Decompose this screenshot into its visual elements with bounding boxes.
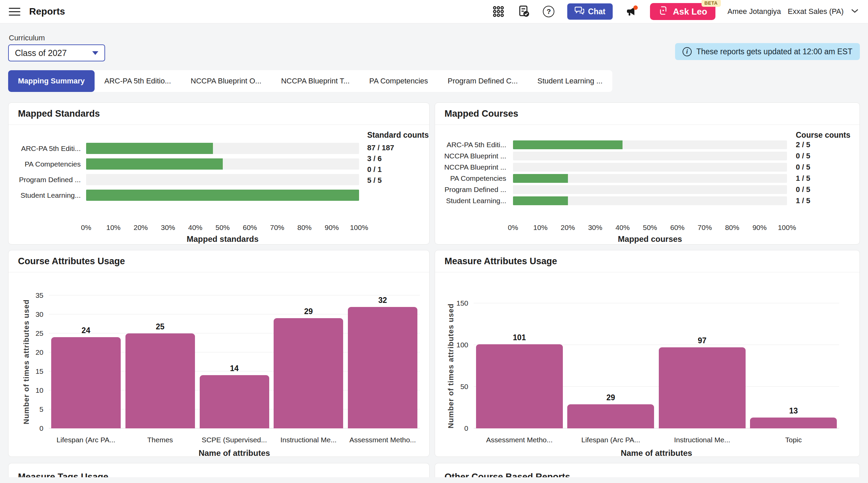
measure-tags-usage-card: Measure Tags Usage bbox=[8, 463, 430, 477]
tab-mapping-summary[interactable]: Mapping Summary bbox=[8, 70, 95, 92]
bar-row: NCCPA Blueprint ...0 / 5 bbox=[435, 163, 860, 171]
mapped-courses-card: Mapped Courses Course counts ARC-PA 5th … bbox=[435, 102, 860, 245]
count-value: 1 / 5 bbox=[794, 196, 860, 205]
org-name: Exxat Sales (PA) bbox=[788, 7, 844, 16]
category-label: PA Competencies bbox=[8, 160, 81, 168]
category-label: PA Competencies bbox=[435, 174, 506, 182]
notification-dot bbox=[633, 5, 638, 10]
count-value: 1 / 5 bbox=[794, 174, 860, 183]
chat-icon bbox=[575, 6, 584, 17]
x-axis-label: Name of attributes bbox=[474, 448, 839, 458]
x-tick: 0% bbox=[508, 224, 518, 232]
bar bbox=[274, 318, 343, 428]
category-label: ARC-PA 5th Editi... bbox=[435, 141, 506, 149]
tab-program-defined-c[interactable]: Program Defined C... bbox=[438, 70, 528, 92]
category-label: ARC-PA 5th Editi... bbox=[8, 144, 81, 153]
y-tick: 10 bbox=[16, 386, 43, 394]
plot-area: 051015202530352425142932 bbox=[49, 295, 420, 428]
x-category-labels: Assessment Metho...Lifespan (Arc PA...In… bbox=[474, 436, 839, 444]
count-value: 2 / 5 bbox=[794, 140, 860, 149]
bar bbox=[51, 337, 121, 428]
bar bbox=[659, 347, 746, 428]
info-icon: i bbox=[683, 47, 692, 56]
y-tick: 15 bbox=[16, 367, 43, 375]
bar-row: PA Competencies1 / 5 bbox=[435, 174, 860, 182]
x-tick: 60% bbox=[670, 224, 685, 232]
x-axis: 0%10%20%30%40%50%60%70%80%90%100% bbox=[513, 224, 787, 232]
gridline bbox=[474, 303, 839, 303]
x-axis: 0%10%20%30%40%50%60%70%80%90%100% bbox=[86, 224, 359, 232]
divider bbox=[8, 124, 429, 125]
category-label: Student Learning... bbox=[8, 191, 81, 199]
category-label: Program Defined ... bbox=[8, 176, 81, 184]
count-value: 0 / 5 bbox=[794, 152, 860, 160]
bar-value-label: 13 bbox=[789, 406, 798, 416]
x-axis-label: Mapped courses bbox=[513, 234, 787, 244]
measure-attributes-usage-card: Measure Attributes Usage Number of times… bbox=[435, 250, 860, 457]
bar bbox=[125, 333, 195, 428]
bar-track bbox=[86, 143, 359, 154]
card-title: Mapped Standards bbox=[8, 103, 429, 124]
other-course-based-reports-card: Other Course Based Reports bbox=[435, 463, 860, 477]
bar bbox=[567, 404, 654, 428]
report-check-icon[interactable] bbox=[517, 5, 530, 18]
bar-row: Program Defined ...0 / 5 bbox=[435, 185, 860, 194]
bar-value-label: 14 bbox=[230, 364, 239, 373]
bar-track bbox=[513, 196, 787, 205]
bar-row: NCCPA Blueprint ...0 / 5 bbox=[435, 152, 860, 160]
x-tick: 80% bbox=[297, 224, 312, 232]
user-menu[interactable]: Amee Jotangiya Exxat Sales (PA) bbox=[728, 7, 859, 16]
y-tick: 0 bbox=[16, 424, 43, 432]
category-label: SCPE (Supervised... bbox=[197, 436, 272, 444]
announcements-icon[interactable] bbox=[625, 5, 638, 18]
category-label: Program Defined ... bbox=[435, 186, 506, 194]
info-banner-text: These reports gets updated at 12:00 am E… bbox=[696, 47, 852, 56]
bar-track bbox=[513, 174, 787, 183]
category-label: Topic bbox=[748, 436, 840, 444]
y-tick: 25 bbox=[16, 329, 43, 337]
chevron-down-icon bbox=[850, 8, 859, 15]
help-icon[interactable]: ? bbox=[542, 5, 555, 18]
tab-pa-competencies[interactable]: PA Competencies bbox=[359, 70, 438, 92]
x-tick: 50% bbox=[215, 224, 230, 232]
bar-value-label: 101 bbox=[513, 333, 526, 342]
chat-button[interactable]: Chat bbox=[567, 3, 613, 20]
bar-value-label: 29 bbox=[606, 393, 615, 402]
bar-fill bbox=[513, 140, 623, 149]
curriculum-select[interactable]: Class of 2027 bbox=[8, 44, 105, 61]
y-tick: 50 bbox=[441, 383, 468, 391]
header-actions: ? Chat bbox=[492, 3, 859, 20]
x-tick: 40% bbox=[188, 224, 202, 232]
x-axis-label: Name of attributes bbox=[49, 448, 420, 458]
x-tick: 70% bbox=[270, 224, 284, 232]
bar-track bbox=[86, 158, 359, 170]
divider bbox=[435, 124, 860, 125]
bar-track bbox=[86, 190, 359, 201]
bar-value-label: 24 bbox=[82, 326, 91, 335]
category-label: Lifespan (Arc PA... bbox=[565, 436, 657, 444]
page-title: Reports bbox=[29, 6, 65, 17]
x-tick: 20% bbox=[134, 224, 148, 232]
bar-track bbox=[513, 140, 787, 149]
bar-fill bbox=[513, 196, 568, 205]
bar-row: Student Learning...1 / 5 bbox=[435, 196, 860, 205]
category-label: Lifespan (Arc PA... bbox=[49, 436, 123, 444]
menu-icon[interactable] bbox=[9, 8, 20, 16]
divider bbox=[8, 272, 429, 272]
tab-student-learning[interactable]: Student Learning ... bbox=[528, 70, 612, 92]
select-caret-icon bbox=[92, 51, 98, 55]
ask-leo-button[interactable]: Ask Leo BETA bbox=[650, 3, 715, 20]
tab-nccpa-blueprint-o[interactable]: NCCPA Blueprint O... bbox=[181, 70, 271, 92]
y-tick: 5 bbox=[16, 405, 43, 413]
tab-nccpa-blueprint-t[interactable]: NCCPA Blueprint T... bbox=[271, 70, 359, 92]
bar-value-label: 32 bbox=[378, 296, 387, 305]
course-attributes-usage-card: Course Attributes Usage Number of times … bbox=[8, 250, 430, 457]
plot-area: 050100150101299713 bbox=[474, 303, 839, 428]
tab-arc-pa-5th-editio[interactable]: ARC-PA 5th Editio... bbox=[95, 70, 181, 92]
curriculum-label: Curriculum bbox=[9, 34, 45, 42]
apps-grid-icon[interactable] bbox=[492, 5, 505, 18]
bar bbox=[750, 418, 837, 428]
bar-row: Student Learning... bbox=[8, 190, 429, 201]
bar-value-label: 25 bbox=[156, 322, 164, 331]
x-tick: 100% bbox=[778, 224, 796, 232]
